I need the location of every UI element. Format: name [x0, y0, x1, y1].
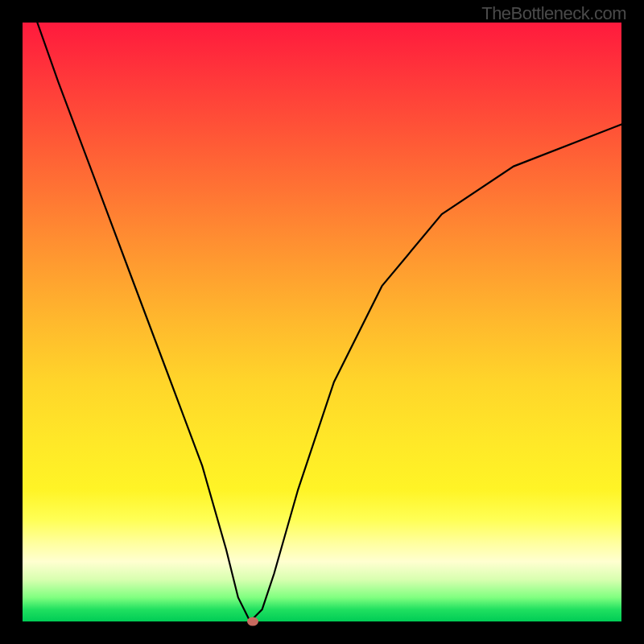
- plot-area: [23, 23, 621, 621]
- bottleneck-curve: [23, 23, 621, 621]
- optimal-point-marker: [247, 617, 258, 626]
- watermark-text: TheBottleneck.com: [481, 3, 626, 24]
